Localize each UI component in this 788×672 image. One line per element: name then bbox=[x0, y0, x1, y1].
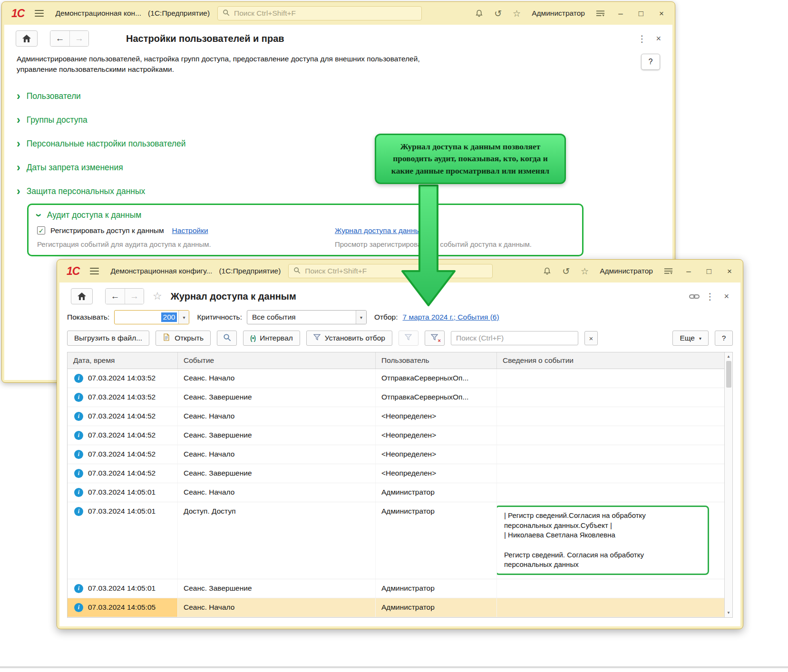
cell-datetime[interactable]: i 07.03.2024 14:03:52 bbox=[68, 369, 178, 388]
register-access-checkbox[interactable]: ✓ Регистрировать доступ к данным bbox=[37, 226, 164, 235]
find-button[interactable] bbox=[217, 331, 237, 346]
table-row[interactable]: i 07.03.2024 14:04:52 Сеанс. Завершение … bbox=[68, 426, 724, 445]
table-row[interactable]: i 07.03.2024 14:05:05 Сеанс. Начало Адми… bbox=[68, 598, 724, 617]
cell-user[interactable]: Администратор bbox=[376, 579, 497, 598]
clear-filter-button[interactable]: × bbox=[425, 331, 445, 346]
interval-button[interactable]: (•) Интервал bbox=[243, 331, 300, 346]
column-header-datetime[interactable]: Дата, время bbox=[68, 352, 178, 369]
favorites-icon[interactable]: ☆ bbox=[581, 267, 589, 276]
column-header-event[interactable]: Событие bbox=[178, 352, 376, 369]
service-menu-icon[interactable] bbox=[596, 10, 605, 17]
export-button[interactable]: Выгрузить в файл... bbox=[67, 331, 149, 346]
window-titlebar[interactable]: 1С Демонстрационная кон... (1С:Предприят… bbox=[2, 2, 675, 25]
forward-button[interactable]: → bbox=[125, 289, 144, 304]
cell-event[interactable]: Сеанс. Завершение bbox=[178, 426, 376, 445]
home-button[interactable] bbox=[71, 288, 93, 304]
section-audit[interactable]: › Аудит доступа к данным bbox=[37, 205, 574, 226]
cell-datetime[interactable]: i 07.03.2024 14:04:52 bbox=[68, 464, 178, 483]
add-favorite-icon[interactable]: ☆ bbox=[153, 291, 162, 302]
cell-details[interactable] bbox=[497, 464, 724, 483]
severity-select[interactable]: Все события ▾ bbox=[247, 310, 367, 324]
cell-event[interactable]: Сеанс. Начало bbox=[178, 445, 376, 464]
notifications-icon[interactable] bbox=[475, 9, 483, 18]
table-row[interactable]: i 07.03.2024 14:03:52 Сеанс. Начало Отпр… bbox=[68, 369, 724, 388]
cell-event[interactable]: Сеанс. Завершение bbox=[178, 464, 376, 483]
table-row[interactable]: i 07.03.2024 14:04:52 Сеанс. Завершение … bbox=[68, 464, 724, 483]
cell-user[interactable]: Администратор bbox=[376, 502, 497, 579]
cell-user[interactable]: <Неопределен> bbox=[376, 407, 497, 426]
main-menu-icon[interactable] bbox=[90, 268, 99, 274]
back-button[interactable]: ← bbox=[106, 289, 125, 304]
table-row[interactable]: i 07.03.2024 14:05:01 Сеанс. Завершение … bbox=[68, 579, 724, 598]
get-link-icon[interactable] bbox=[689, 293, 700, 300]
cell-details[interactable]: | Регистр сведений.Согласия на обработку… bbox=[497, 502, 724, 579]
form-close-icon[interactable]: × bbox=[720, 292, 729, 301]
scroll-thumb[interactable] bbox=[726, 361, 731, 388]
toolbar-help-button[interactable]: ? bbox=[715, 331, 733, 346]
close-button[interactable]: × bbox=[725, 267, 734, 275]
help-button[interactable]: ? bbox=[641, 54, 660, 70]
open-button[interactable]: Открыть bbox=[156, 331, 211, 346]
cell-datetime[interactable]: i 07.03.2024 14:05:01 bbox=[68, 483, 178, 502]
current-user[interactable]: Администратор bbox=[600, 267, 653, 275]
dropdown-icon[interactable]: ▾ bbox=[356, 311, 366, 324]
cell-details[interactable] bbox=[497, 598, 724, 617]
minimize-button[interactable]: – bbox=[684, 267, 693, 275]
cell-event[interactable]: Сеанс. Завершение bbox=[178, 388, 376, 407]
dropdown-icon[interactable]: ▾ bbox=[178, 311, 189, 324]
close-button[interactable]: × bbox=[657, 10, 666, 18]
cell-datetime[interactable]: i 07.03.2024 14:05:01 bbox=[68, 579, 178, 598]
table-row[interactable]: i 07.03.2024 14:03:52 Сеанс. Завершение … bbox=[68, 388, 724, 407]
section-personal-data-protection[interactable]: › Защита персональных данных bbox=[17, 180, 660, 204]
cell-datetime[interactable]: i 07.03.2024 14:05:05 bbox=[68, 598, 178, 617]
cell-datetime[interactable]: i 07.03.2024 14:04:52 bbox=[68, 426, 178, 445]
column-header-user[interactable]: Пользователь bbox=[376, 352, 497, 369]
notifications-icon[interactable] bbox=[543, 267, 551, 275]
table-row[interactable]: i 07.03.2024 14:05:01 Доступ. Доступ Адм… bbox=[68, 502, 724, 579]
cell-event[interactable]: Сеанс. Начало bbox=[178, 598, 376, 617]
cell-details[interactable] bbox=[497, 369, 724, 388]
cell-user[interactable]: <Неопределен> bbox=[376, 426, 497, 445]
cell-datetime[interactable]: i 07.03.2024 14:03:52 bbox=[68, 388, 178, 407]
cell-event[interactable]: Сеанс. Начало bbox=[178, 369, 376, 388]
minimize-button[interactable]: – bbox=[616, 10, 625, 18]
section-users[interactable]: › Пользователи bbox=[17, 85, 660, 108]
cell-details[interactable] bbox=[497, 426, 724, 445]
cell-event[interactable]: Сеанс. Начало bbox=[178, 483, 376, 502]
cell-user[interactable]: ОтправкаСерверныхОп... bbox=[376, 369, 497, 388]
vertical-scrollbar[interactable]: ▲ ▼ bbox=[724, 352, 732, 617]
cell-user[interactable]: Администратор bbox=[376, 483, 497, 502]
cell-event[interactable]: Доступ. Доступ bbox=[178, 502, 376, 579]
current-user[interactable]: Администратор bbox=[532, 9, 585, 18]
cell-event[interactable]: Сеанс. Начало bbox=[178, 407, 376, 426]
cell-user[interactable]: ОтправкаСерверныхОп... bbox=[376, 388, 497, 407]
global-search-input[interactable]: Поиск Ctrl+Shift+F bbox=[288, 264, 493, 278]
cell-details[interactable] bbox=[497, 445, 724, 464]
filter-button[interactable] bbox=[399, 331, 418, 346]
form-close-icon[interactable]: × bbox=[652, 34, 661, 43]
cell-datetime[interactable]: i 07.03.2024 14:05:01 bbox=[68, 502, 178, 579]
history-icon[interactable]: ↺ bbox=[494, 9, 502, 18]
active-filter-link[interactable]: 7 марта 2024 г.; События (6) bbox=[403, 313, 499, 321]
history-icon[interactable]: ↺ bbox=[562, 267, 570, 276]
service-menu-icon[interactable] bbox=[664, 267, 673, 275]
global-search-input[interactable]: Поиск Ctrl+Shift+F bbox=[217, 6, 422, 20]
cell-user[interactable]: <Неопределен> bbox=[376, 445, 497, 464]
cell-user[interactable]: Администратор bbox=[376, 598, 497, 617]
table-row[interactable]: i 07.03.2024 14:04:52 Сеанс. Начало <Нео… bbox=[68, 407, 724, 426]
more-actions-icon[interactable]: ⋮ bbox=[632, 34, 652, 43]
main-menu-icon[interactable] bbox=[35, 10, 44, 17]
scroll-up-icon[interactable]: ▲ bbox=[727, 352, 730, 360]
favorites-icon[interactable]: ☆ bbox=[513, 9, 521, 18]
clear-search-button[interactable]: × bbox=[584, 331, 598, 345]
maximize-button[interactable]: □ bbox=[704, 267, 714, 275]
audit-settings-link[interactable]: Настройки bbox=[172, 226, 208, 235]
column-header-details[interactable]: Сведения о событии bbox=[497, 352, 724, 369]
table-search-input[interactable]: Поиск (Ctrl+F) bbox=[451, 331, 578, 345]
cell-details[interactable] bbox=[497, 579, 724, 598]
cell-user[interactable]: <Неопределен> bbox=[376, 464, 497, 483]
home-button[interactable] bbox=[16, 30, 38, 47]
back-button[interactable]: ← bbox=[50, 31, 69, 46]
scroll-down-icon[interactable]: ▼ bbox=[727, 610, 730, 617]
table-row[interactable]: i 07.03.2024 14:05:01 Сеанс. Начало Адми… bbox=[68, 483, 724, 502]
